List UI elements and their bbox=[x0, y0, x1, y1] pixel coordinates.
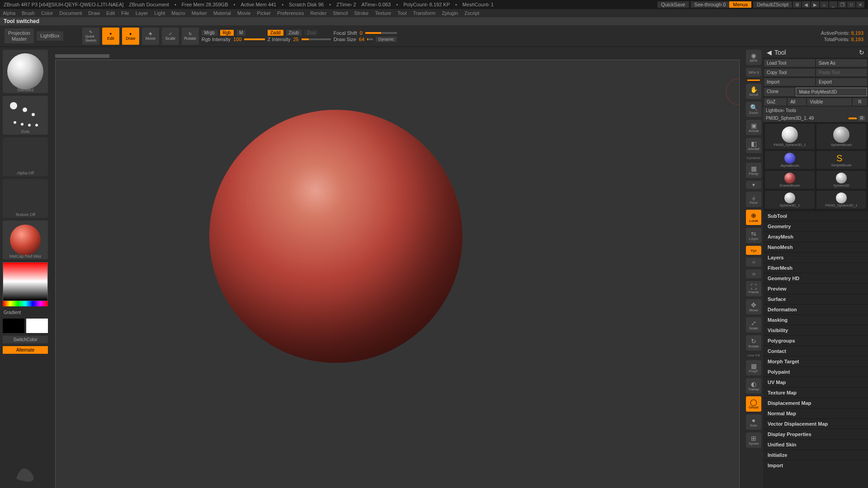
floor-button[interactable]: ⏚Floor bbox=[746, 192, 761, 207]
section-polypaint[interactable]: Polypaint bbox=[763, 366, 868, 377]
section-uvmap[interactable]: UV Map bbox=[763, 377, 868, 387]
clone-button[interactable]: Clone bbox=[764, 88, 795, 96]
menu-zplugin[interactable]: Zplugin bbox=[442, 10, 458, 16]
pivot-button[interactable]: ⊙ bbox=[746, 258, 761, 267]
minimize-icon[interactable]: _ bbox=[829, 1, 837, 8]
config-icon[interactable]: ⚙ bbox=[793, 1, 801, 8]
menus-toggle[interactable]: Menus bbox=[729, 1, 751, 8]
section-surface[interactable]: Surface bbox=[763, 294, 868, 304]
tool-thumb-6[interactable]: Sphere3D_1 bbox=[765, 191, 815, 209]
section-visibility[interactable]: Visibility bbox=[763, 325, 868, 335]
section-normalmap[interactable]: Normal Map bbox=[763, 408, 868, 418]
actual-button[interactable]: ▣Actual bbox=[746, 120, 761, 135]
solo-button[interactable]: ●Solo bbox=[746, 414, 761, 430]
gradient-label[interactable]: Gradient bbox=[3, 309, 48, 316]
menu-light[interactable]: Light bbox=[154, 10, 165, 16]
default-script[interactable]: DefaultZScript bbox=[753, 1, 792, 8]
menu-texture[interactable]: Texture bbox=[375, 10, 391, 16]
tool-slider[interactable] bbox=[849, 117, 857, 119]
move-nav-button[interactable]: ✥Move bbox=[746, 299, 761, 314]
home-icon[interactable]: ⌂ bbox=[820, 1, 828, 8]
export-button[interactable]: Export bbox=[816, 78, 867, 86]
menu-file[interactable]: File bbox=[121, 10, 129, 16]
xpose-button[interactable]: ⊞Xpose bbox=[746, 432, 761, 448]
section-nanomesh[interactable]: NanoMesh bbox=[763, 242, 868, 252]
rotate-button[interactable]: ↻Rotate bbox=[182, 28, 199, 45]
menu-layer[interactable]: Layer bbox=[136, 10, 148, 16]
lightbox-button[interactable]: LightBox bbox=[37, 31, 63, 40]
section-displacementmap[interactable]: Displacement Map bbox=[763, 398, 868, 408]
stroke-selector[interactable]: Dots bbox=[3, 96, 48, 135]
menu-tool[interactable]: Tool bbox=[397, 10, 406, 16]
main-color-swatch[interactable] bbox=[26, 319, 48, 333]
tool-thumb-2[interactable]: AlphaBrush bbox=[765, 151, 815, 169]
section-vectordisplacementmap[interactable]: Vector Displacement Map bbox=[763, 418, 868, 429]
section-masking[interactable]: Masking bbox=[763, 314, 868, 325]
layout-next-icon[interactable]: ▶ bbox=[811, 1, 819, 8]
section-layers[interactable]: Layers bbox=[763, 252, 868, 263]
rgb-intensity-slider[interactable] bbox=[244, 38, 264, 40]
edit-button[interactable]: ✦Edit bbox=[102, 28, 119, 45]
make-polymesh3d-button[interactable]: Make PolyMesh3D bbox=[796, 88, 867, 96]
menu-movie[interactable]: Movie bbox=[237, 10, 250, 16]
xyz-button[interactable]: Xyz bbox=[746, 246, 761, 255]
panel-refresh-icon[interactable]: ↻ bbox=[859, 49, 864, 56]
scale-button[interactable]: ⤢Scale bbox=[162, 28, 179, 45]
section-deformation[interactable]: Deformation bbox=[763, 304, 868, 314]
tool-thumb-4[interactable]: EraserBrush bbox=[765, 171, 815, 189]
menu-alpha[interactable]: Alpha bbox=[3, 10, 15, 16]
tool-thumb-5[interactable]: Sphere3D bbox=[816, 171, 866, 189]
menu-color[interactable]: Color bbox=[41, 10, 53, 16]
z-intensity-slider[interactable] bbox=[302, 38, 331, 40]
tool-thumb-0[interactable]: PM3D_Sphere3D_1 bbox=[765, 124, 815, 149]
switchcolor-button[interactable]: SwitchColor bbox=[3, 336, 48, 343]
move-button[interactable]: ✥Move bbox=[142, 28, 159, 45]
panel-pin-icon[interactable]: ◀ bbox=[767, 49, 772, 56]
menu-macro[interactable]: Macro bbox=[171, 10, 185, 16]
mrgb-toggle[interactable]: Mrgb bbox=[202, 30, 217, 36]
section-contact[interactable]: Contact bbox=[763, 346, 868, 356]
load-tool-button[interactable]: Load Tool bbox=[764, 59, 815, 67]
section-displayproperties[interactable]: Display Properties bbox=[763, 429, 868, 439]
goz-visible-button[interactable]: Visible bbox=[807, 98, 852, 106]
menu-preferences[interactable]: Preferences bbox=[277, 10, 304, 16]
zcut-toggle[interactable]: Zcut bbox=[304, 30, 318, 36]
material-selector[interactable]: MatCap Red Wax bbox=[3, 221, 48, 259]
frame-button[interactable]: ⛶Frame bbox=[746, 281, 761, 296]
aahalf-button[interactable]: ◧AAHalf bbox=[746, 138, 761, 153]
color-picker[interactable] bbox=[3, 262, 48, 306]
draw-size-slider[interactable] bbox=[367, 38, 373, 40]
viewport[interactable] bbox=[55, 60, 740, 488]
close-icon[interactable]: ✕ bbox=[856, 1, 864, 8]
layout-prev-icon[interactable]: ◀ bbox=[802, 1, 810, 8]
spix-slider[interactable]: SPix 3 bbox=[746, 68, 761, 77]
transp-button[interactable]: ◐Transp bbox=[746, 378, 761, 394]
tool-thumb-7[interactable]: PM3D_Sphere3D_1 bbox=[816, 191, 866, 209]
center-button[interactable]: ◎ bbox=[746, 269, 761, 278]
tool-thumb-3[interactable]: SSimpleBrush bbox=[816, 151, 866, 169]
tool-thumb-1[interactable]: SphereBrush bbox=[816, 124, 866, 149]
menu-material[interactable]: Material bbox=[213, 10, 231, 16]
section-polygroups[interactable]: Polygroups bbox=[763, 335, 868, 346]
menu-edit[interactable]: Edit bbox=[106, 10, 115, 16]
menu-document[interactable]: Document bbox=[59, 10, 82, 16]
zoom-button[interactable]: 🔍Zoom bbox=[746, 102, 761, 117]
brush-selector[interactable]: Standard bbox=[3, 50, 48, 93]
menu-render[interactable]: Render bbox=[310, 10, 326, 16]
alpha-selector[interactable]: Alpha Off bbox=[3, 137, 48, 176]
section-morphtarget[interactable]: Morph Target bbox=[763, 356, 868, 366]
scroll-button[interactable]: ✋Scroll bbox=[746, 84, 761, 99]
rotate-nav-button[interactable]: ↻Rotate bbox=[746, 335, 761, 351]
menu-brush[interactable]: Brush bbox=[22, 10, 35, 16]
m-toggle[interactable]: M bbox=[236, 30, 245, 36]
maximize-icon[interactable]: □ bbox=[847, 1, 855, 8]
seethrough-slider[interactable]: See-through 0 bbox=[691, 1, 730, 8]
menu-zscript[interactable]: Zscript bbox=[464, 10, 479, 16]
menu-picker[interactable]: Picker bbox=[257, 10, 271, 16]
rgb-toggle[interactable]: Rgb bbox=[220, 30, 234, 36]
lightbox-tools-button[interactable]: Lightbox› Tools bbox=[763, 107, 868, 114]
polyf-button[interactable]: ▦PolyF bbox=[746, 360, 761, 375]
zadd-toggle[interactable]: Zadd bbox=[268, 30, 283, 36]
section-subtool[interactable]: SubTool bbox=[763, 211, 868, 221]
scale-nav-button[interactable]: ⤢Scale bbox=[746, 317, 761, 333]
